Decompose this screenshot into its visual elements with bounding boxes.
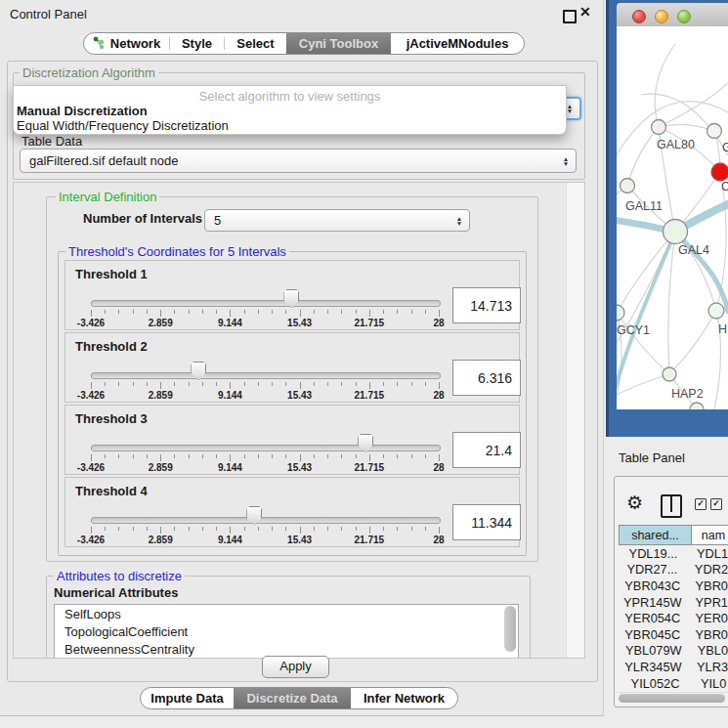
top-right-node[interactable] [707, 124, 722, 139]
cell-shared-name: YPR145W [619, 595, 687, 610]
table-row[interactable]: YDR27...YDR2 [619, 562, 728, 578]
network-edge [655, 44, 675, 127]
list-scrollbar[interactable] [504, 606, 516, 652]
dropdown-option-manual[interactable]: Manual Discretization [17, 104, 148, 118]
algorithm-group-title: Discretization Algorithm [20, 65, 158, 80]
tab-label: Discretize Data [246, 691, 337, 706]
tick-label: 9.144 [208, 535, 251, 545]
tick-label: 9.144 [208, 390, 251, 401]
table-row[interactable]: YBL079WYBL0 [619, 643, 728, 660]
column-header-2[interactable]: nam [692, 525, 728, 545]
node-label-GAL11: GAL11 [625, 199, 663, 213]
tab-label: Style [182, 36, 212, 51]
GAL4-node[interactable] [664, 220, 688, 244]
threshold-row-4: Threshold 4-3.4262.8599.14415.4321.71528… [64, 477, 520, 547]
HAP2-node[interactable] [663, 367, 676, 381]
float-icon[interactable] [563, 10, 577, 23]
cell-shared-name: YBL079W [619, 643, 689, 658]
H-node[interactable] [708, 303, 724, 319]
list-item[interactable]: TopologicalCoefficient [55, 622, 518, 640]
gear-icon[interactable]: ⚙ [626, 492, 643, 513]
panel-title: Control Panel [10, 7, 87, 21]
tick-label: 9.144 [208, 462, 251, 473]
cell-name: YBR0 [687, 627, 728, 642]
bottom-tab-infer-network[interactable]: Infer Network [351, 688, 457, 708]
slider-track[interactable] [91, 372, 441, 379]
spinner-arrows-icon: ▲▼ [450, 216, 469, 226]
network-graph-icon [93, 36, 106, 51]
tab-label: Select [236, 36, 274, 51]
network-canvas[interactable]: GAL80GACGAL11GAL4GCY1HHAP2 [617, 26, 728, 409]
dropdown-option-equal-width[interactable]: Equal Width/Frequency Discretization [17, 118, 229, 133]
GCY1-node[interactable] [617, 305, 624, 321]
bottom-tab-discretize-data[interactable]: Discretize Data [234, 688, 351, 708]
minimize-traffic-light[interactable] [655, 10, 668, 23]
tick-label: 15.43 [278, 318, 321, 328]
tab-network[interactable]: Network [84, 33, 169, 54]
slider-track[interactable] [91, 517, 441, 524]
column-header-1[interactable]: shared... [619, 525, 692, 545]
settings-scroll-pane: Interval Definition Number of Intervals … [13, 182, 585, 659]
close-traffic-light[interactable] [632, 10, 646, 23]
tick-label: 21.715 [348, 390, 391, 401]
threshold-row-3: Threshold 3-3.4262.8599.14415.4321.71528… [64, 405, 520, 475]
cell-name: YLR3 [688, 660, 728, 674]
threshold-value-field[interactable]: 21.4 [452, 432, 521, 468]
algorithm-dropdown-popup: Select algorithm to view settings Manual… [13, 85, 567, 135]
tab-cyni-toolbox[interactable]: Cyni Toolbox [286, 33, 391, 54]
table-data-select[interactable]: galFiltered.sif default node ▲▼ [20, 149, 577, 173]
cell-name: YDL1 [688, 546, 728, 561]
checkbox-icon[interactable]: ✓ [695, 498, 707, 510]
horizontal-scrollbar-thumb[interactable] [619, 694, 725, 703]
attributes-group-title: Attributes to discretize [54, 569, 185, 583]
table-row[interactable]: YBR045CYBR0 [619, 626, 728, 643]
slider-scale: -3.4262.8599.14415.4321.71528 [91, 310, 439, 329]
slider-scale: -3.4262.8599.14415.4321.71528 [91, 382, 439, 402]
tick-label: 21.715 [348, 535, 391, 545]
tick-label: -3.426 [69, 462, 112, 473]
tick-label: 21.715 [348, 318, 391, 328]
tab-label: Network [110, 36, 160, 51]
selected-red-node[interactable] [711, 163, 728, 181]
checkbox-icon[interactable]: ✓ [710, 498, 722, 510]
tick-label: 2.859 [139, 390, 182, 401]
num-intervals-spinner[interactable]: 5 ▲▼ [204, 209, 470, 232]
columns-icon[interactable] [661, 494, 682, 518]
table-row[interactable]: YPR145WYPR1 [619, 594, 728, 611]
slider-track[interactable] [91, 300, 441, 307]
cell-shared-name: YLR345W [619, 660, 688, 674]
tab-label: jActiveMNodules [407, 36, 509, 51]
network-window-titlebar[interactable] [617, 3, 728, 27]
network-graph: GAL80GACGAL11GAL4GCY1HHAP2 [617, 26, 728, 409]
cell-shared-name: YIL052C [619, 676, 692, 691]
GAL11-node[interactable] [621, 179, 635, 193]
table-row[interactable]: YDL19...YDL1 [619, 545, 728, 562]
zoom-traffic-light[interactable] [677, 10, 691, 23]
table-row[interactable]: YER054CYER0 [619, 610, 728, 626]
tab-jactivemnodules[interactable]: jActiveMNodules [391, 33, 524, 54]
table-rows: YDL19...YDL1YDR27...YDR2YBR043CYBR0YPR14… [619, 545, 728, 691]
bottom-tab-impute-data[interactable]: Impute Data [141, 688, 234, 708]
GAL80-node[interactable] [652, 120, 666, 135]
cell-shared-name: YDR27... [619, 562, 686, 577]
threshold-label: Threshold 3 [75, 411, 148, 426]
tick-label: 15.43 [278, 390, 321, 401]
close-icon[interactable]: ✕ [579, 4, 591, 20]
tab-select[interactable]: Select [225, 33, 286, 54]
threshold-value-field[interactable]: 11.344 [452, 504, 521, 540]
table-row[interactable]: YLR345WYLR3 [619, 659, 728, 675]
table-row[interactable]: YIL052CYIL0 [619, 675, 728, 691]
table-row[interactable]: YBR043CYBR0 [619, 578, 728, 594]
list-item[interactable]: SelfLoops [55, 605, 518, 622]
vertical-scrollbar-track[interactable] [566, 183, 584, 658]
slider-scale: -3.4262.8599.14415.4321.71528 [91, 527, 439, 546]
node-label-GAL4: GAL4 [678, 243, 709, 257]
threshold-row-1: Threshold 1-3.4262.8599.14415.4321.71528… [64, 260, 520, 330]
threshold-value-field[interactable]: 6.316 [452, 360, 521, 396]
tab-style[interactable]: Style [170, 33, 224, 54]
tick-label: 2.859 [139, 318, 182, 328]
slider-track[interactable] [91, 445, 441, 451]
apply-button[interactable]: Apply [262, 656, 329, 678]
numerical-attributes-list[interactable]: SelfLoopsTopologicalCoefficientBetweenne… [54, 604, 519, 659]
threshold-value-field[interactable]: 14.713 [452, 287, 521, 323]
